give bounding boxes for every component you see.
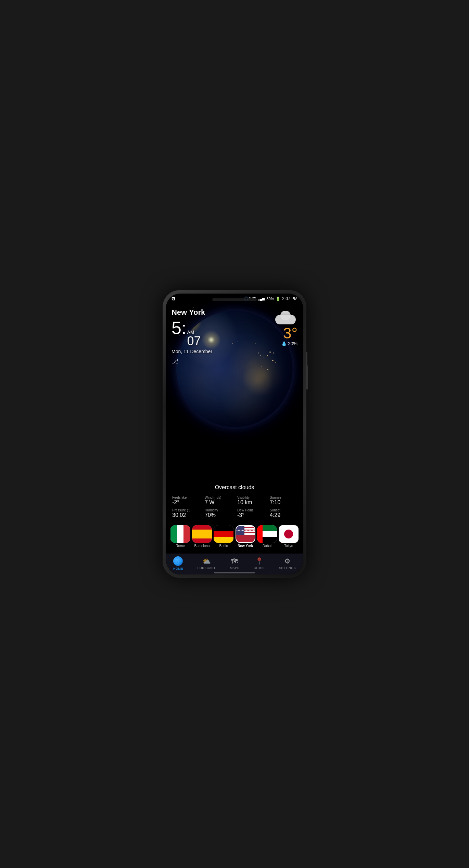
weather-description: Overcast clouds <box>166 484 303 491</box>
city-flag-new-york[interactable]: ★★★★★★★★★★★★★★★★★★★★★★★★★★★★★★★★★★★★★★★★… <box>236 525 255 543</box>
weather-details-grid: Feels like -2° Wind (m/s) 7 W Visibility… <box>166 494 303 520</box>
nav-label-forecast: FORECAST <box>198 566 216 570</box>
city-item-barcelona[interactable]: Barcelona <box>192 525 212 548</box>
weather-description-text: Overcast clouds <box>215 484 254 490</box>
city-item-berlin[interactable]: Berlin <box>214 525 233 548</box>
visibility-value: 10 km <box>237 499 264 506</box>
city-flag-berlin[interactable] <box>214 525 233 543</box>
feels-like-label: Feels like <box>172 496 199 499</box>
uae-flag <box>257 525 277 543</box>
nav-item-maps[interactable]: 🗺 MAPS <box>230 557 240 570</box>
time-minutes-container: AM 07 <box>187 330 201 347</box>
japan-circle <box>284 530 293 538</box>
city-item-dubai[interactable]: Dubai <box>257 525 277 548</box>
pressure-value: 30.02 <box>172 512 199 518</box>
humidity-label: Humidity <box>205 508 232 512</box>
feels-like-item: Feels like -2° <box>169 494 202 507</box>
visibility-label: Visibility <box>237 496 264 499</box>
phone-device: 🖼 ⊙ WiFi ▂▄▆ 89% 🔋 2:07 PM New York 5 : <box>163 290 306 578</box>
front-camera <box>245 297 248 300</box>
forecast-icon: ⛅ <box>202 557 211 565</box>
signal-icon: ▂▄▆ <box>258 297 265 300</box>
time-colon: : <box>181 318 186 338</box>
battery-percent: 89% <box>266 297 274 301</box>
status-bar: 🖼 ⊙ WiFi ▂▄▆ 89% 🔋 2:07 PM <box>166 294 303 302</box>
city-flag-dubai[interactable] <box>257 525 277 543</box>
city-label-tokyo: Tokyo <box>284 544 293 548</box>
cloud-body <box>275 315 296 324</box>
sunrise-value: 7:10 <box>270 499 297 506</box>
dew-point-value: -3° <box>237 512 264 518</box>
city-selector-row: Rome Barcelona <box>166 522 303 550</box>
visibility-item: Visibility 10 km <box>234 494 267 507</box>
status-left: 🖼 <box>172 297 175 301</box>
weather-right-panel: 3° 💧 20% <box>275 311 297 346</box>
maps-icon: 🗺 <box>231 557 238 565</box>
japan-flag <box>279 525 299 543</box>
pressure-label: Pressure (") <box>172 508 199 512</box>
settings-icon: ⚙ <box>284 557 290 565</box>
humidity-value: 70% <box>205 512 232 518</box>
clock-display: 2:07 PM <box>282 296 297 301</box>
nav-item-forecast[interactable]: ⛅ FORECAST <box>198 557 216 570</box>
power-button[interactable] <box>306 365 308 389</box>
dew-point-label: Dew Point <box>237 508 264 512</box>
battery-icon: 🔋 <box>276 297 280 301</box>
home-indicator <box>214 572 255 573</box>
city-label-berlin: Berlin <box>219 544 228 548</box>
pressure-item: Pressure (") 30.02 <box>169 507 202 520</box>
city-label-rome: Rome <box>176 544 185 548</box>
time-hour: 5 <box>172 319 181 337</box>
volume-up-button[interactable] <box>306 352 307 365</box>
city-label-dubai: Dubai <box>263 544 271 548</box>
sunset-item: Sunset 4:29 <box>267 507 300 520</box>
wind-item: Wind (m/s) 7 W <box>202 494 234 507</box>
home-globe-icon <box>173 556 183 566</box>
city-label-new-york: New York <box>238 544 253 548</box>
spain-flag <box>192 525 212 543</box>
city-flag-rome[interactable] <box>170 525 190 543</box>
bottom-navigation: HOME ⛅ FORECAST 🗺 MAPS 📍 CITIES <box>166 554 303 574</box>
sunrise-label: Sunrise <box>270 496 297 499</box>
dew-point-item: Dew Point -3° <box>234 507 267 520</box>
image-icon: 🖼 <box>172 297 175 301</box>
wind-value: 7 W <box>205 499 232 506</box>
feels-like-value: -2° <box>172 499 199 506</box>
time-minutes: 07 <box>187 335 201 347</box>
nav-item-home[interactable]: HOME <box>173 556 183 570</box>
nav-label-maps: MAPS <box>230 566 240 570</box>
city-label-barcelona: Barcelona <box>194 544 210 548</box>
rain-drop-icon: 💧 <box>281 341 287 346</box>
city-item-rome[interactable]: Rome <box>170 525 190 548</box>
humidity-item: Humidity 70% <box>202 507 234 520</box>
city-item-new-york[interactable]: ★★★★★★★★★★★★★★★★★★★★★★★★★★★★★★★★★★★★★★★★… <box>236 525 255 548</box>
city-flag-barcelona[interactable] <box>192 525 212 543</box>
sunrise-item: Sunrise 7:10 <box>267 494 300 507</box>
nav-label-home: HOME <box>173 567 183 570</box>
temperature-main: 3° <box>283 326 297 341</box>
precipitation-value: 20% <box>288 341 297 346</box>
date-display: Mon, 11 December <box>172 349 297 354</box>
share-icon[interactable]: ⎇ <box>172 358 297 365</box>
nav-label-settings: SETTINGS <box>279 566 296 570</box>
cities-icon: 📍 <box>255 557 264 565</box>
nav-label-cities: CITIES <box>254 566 265 570</box>
phone-screen: 🖼 ⊙ WiFi ▂▄▆ 89% 🔋 2:07 PM New York 5 : <box>166 294 303 574</box>
nav-item-cities[interactable]: 📍 CITIES <box>254 557 265 570</box>
speaker-grille <box>212 298 257 301</box>
nav-item-settings[interactable]: ⚙ SETTINGS <box>279 557 296 570</box>
city-item-tokyo[interactable]: Tokyo <box>279 525 299 548</box>
sunset-label: Sunset <box>270 508 297 512</box>
sunset-value: 4:29 <box>270 512 297 518</box>
precipitation-display: 💧 20% <box>281 341 297 346</box>
germany-flag <box>214 525 233 543</box>
city-flag-tokyo[interactable] <box>279 525 299 543</box>
screen-content: 🖼 ⊙ WiFi ▂▄▆ 89% 🔋 2:07 PM New York 5 : <box>166 294 303 574</box>
usa-flag: ★★★★★★★★★★★★★★★★★★★★★★★★★★★★★★★★★★★★★★★★… <box>236 526 255 542</box>
italy-flag <box>170 525 190 543</box>
cloud-icon <box>275 311 297 324</box>
wind-label: Wind (m/s) <box>205 496 232 499</box>
